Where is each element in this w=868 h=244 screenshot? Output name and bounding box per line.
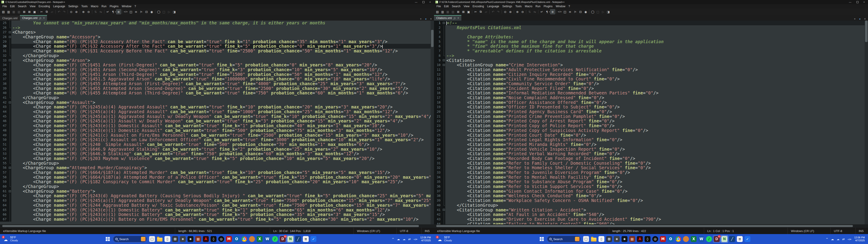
- fold-margin[interactable]: [442, 49, 445, 53]
- settings-gear-icon[interactable]: ∗: [613, 235, 621, 243]
- document-map-icon[interactable]: ◫: [128, 9, 133, 14]
- close-tab-button[interactable]: ×: [864, 18, 866, 21]
- menu-file[interactable]: File: [1, 4, 8, 8]
- fold-margin[interactable]: [442, 179, 445, 184]
- macro-stop-icon[interactable]: □: [595, 9, 600, 14]
- fold-margin[interactable]: [442, 212, 445, 217]
- fold-margin[interactable]: [442, 77, 445, 81]
- menu-tools[interactable]: Tools: [80, 4, 89, 8]
- macro-play-icon[interactable]: ▷: [600, 9, 606, 14]
- fold-margin[interactable]: [442, 198, 445, 203]
- adobe-acrobat-icon[interactable]: A: [636, 235, 644, 243]
- weather-widget[interactable]: ☁ 4 55°F Cloudy: [434, 236, 488, 242]
- sync-horizontal-icon[interactable]: ⇆: [532, 9, 537, 14]
- onedrive-cloud-icon[interactable]: ☁: [397, 238, 400, 241]
- redo-icon[interactable]: ↷: [62, 9, 67, 14]
- fold-margin[interactable]: [8, 138, 11, 142]
- fold-margin[interactable]: [8, 175, 11, 180]
- outlook-icon[interactable]: O: [667, 235, 675, 243]
- excel-icon[interactable]: X: [690, 235, 698, 243]
- tab-close-icon[interactable]: ×: [43, 17, 45, 20]
- paste-icon[interactable]: ▱: [484, 9, 489, 14]
- tab-close-icon[interactable]: ×: [458, 17, 459, 20]
- new-file-icon[interactable]: ▤: [435, 9, 440, 14]
- vertical-scrollbar-thumb[interactable]: [431, 30, 434, 47]
- fold-margin[interactable]: [8, 147, 11, 152]
- calculator-icon[interactable]: ⊞: [605, 235, 613, 243]
- fold-margin[interactable]: [8, 203, 11, 208]
- search-box[interactable]: Search: [547, 236, 581, 242]
- phone-app-icon[interactable]: ▯: [598, 235, 605, 243]
- menu-run[interactable]: Run: [534, 4, 542, 8]
- replace-icon[interactable]: ⊛: [74, 9, 79, 14]
- copper-circle-app-icon[interactable]: [682, 235, 690, 243]
- fold-margin[interactable]: [442, 30, 445, 35]
- horizontal-scrollbar-thumb[interactable]: [2, 225, 419, 227]
- fold-margin[interactable]: [8, 77, 11, 81]
- grid-app-icon[interactable]: ▦: [628, 235, 636, 243]
- volume-icon[interactable]: ◅»: [413, 238, 417, 241]
- macro-play-icon[interactable]: ▷: [166, 9, 172, 14]
- record-app-icon[interactable]: ◎: [651, 235, 659, 243]
- document-list-icon[interactable]: ≡: [133, 9, 138, 14]
- fold-margin[interactable]: [8, 179, 11, 184]
- fold-margin[interactable]: [8, 156, 11, 161]
- fold-margin[interactable]: [442, 53, 445, 58]
- fold-margin[interactable]: [442, 35, 445, 39]
- macro-save-icon[interactable]: ◨: [606, 9, 611, 14]
- fold-margin[interactable]: [8, 21, 11, 25]
- copy-icon[interactable]: ⧉: [44, 9, 49, 14]
- fold-margin[interactable]: [8, 193, 11, 198]
- menu-view[interactable]: View: [28, 4, 37, 8]
- find-icon[interactable]: ⊙: [69, 9, 74, 14]
- fold-margin[interactable]: [442, 128, 445, 133]
- fold-margin[interactable]: [8, 44, 11, 49]
- fold-margin[interactable]: [8, 114, 11, 119]
- macro-record-icon[interactable]: ◯: [590, 9, 595, 14]
- show-all-characters-icon[interactable]: ¶: [545, 9, 550, 14]
- menu-tools[interactable]: Tools: [514, 4, 523, 8]
- menu-edit[interactable]: Edit: [8, 4, 16, 8]
- fold-margin[interactable]: [442, 25, 445, 30]
- fold-margin[interactable]: [8, 208, 11, 212]
- fold-margin[interactable]: [442, 222, 445, 224]
- print-icon[interactable]: ▣: [466, 9, 471, 14]
- macro-save-icon[interactable]: ◨: [172, 9, 177, 14]
- word-wrap-icon[interactable]: ↵: [539, 9, 544, 14]
- zoom-in-icon[interactable]: ⊕: [81, 9, 86, 14]
- fold-margin[interactable]: –: [8, 30, 11, 35]
- show-all-characters-icon[interactable]: ¶: [111, 9, 116, 14]
- fold-margin[interactable]: [8, 86, 11, 91]
- menu-help[interactable]: ?: [133, 4, 138, 8]
- fold-margin[interactable]: [8, 95, 11, 100]
- sync-vertical-icon[interactable]: ⇅: [93, 9, 98, 14]
- zoom-out-icon[interactable]: ⊖: [520, 9, 525, 14]
- tab-list-dropdown[interactable]: ▼: [859, 18, 861, 20]
- save-all-icon[interactable]: ▧: [17, 9, 22, 14]
- notepad-plus-plus-icon[interactable]: N: [287, 235, 294, 243]
- close-icon[interactable]: ⊠: [22, 9, 27, 14]
- macro-record-icon[interactable]: ◯: [156, 9, 161, 14]
- menu-search[interactable]: Search: [16, 4, 28, 8]
- chrome-icon[interactable]: [241, 235, 248, 243]
- horizontal-scrollbar[interactable]: [0, 224, 434, 228]
- fold-margin[interactable]: [442, 165, 445, 170]
- document-map-icon[interactable]: ◫: [562, 9, 567, 14]
- calculator-icon[interactable]: ⊞: [171, 235, 179, 243]
- menu-window[interactable]: Window: [554, 4, 567, 8]
- word-wrap-icon[interactable]: ↵: [105, 9, 110, 14]
- fold-margin[interactable]: –: [442, 21, 445, 25]
- open-file-icon[interactable]: ▥: [6, 9, 11, 14]
- tab-citations-xml[interactable]: Citations.xml×: [434, 15, 461, 21]
- close-icon[interactable]: ⊠: [456, 9, 461, 14]
- discord-icon[interactable]: D9+: [713, 235, 721, 243]
- menu-edit[interactable]: Edit: [442, 4, 450, 8]
- redo-icon[interactable]: ↷: [496, 9, 501, 14]
- network-icon[interactable]: ⇄: [408, 238, 411, 241]
- menu-language[interactable]: Language: [486, 4, 501, 8]
- fold-margin[interactable]: [442, 86, 445, 91]
- horizontal-scrollbar[interactable]: [434, 224, 868, 228]
- fold-margin[interactable]: [8, 170, 11, 175]
- fold-margin[interactable]: [442, 81, 445, 86]
- fold-margin[interactable]: –: [442, 208, 445, 212]
